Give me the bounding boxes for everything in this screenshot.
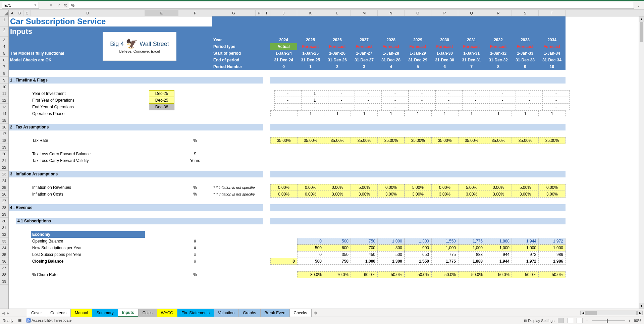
row-header-38[interactable]: 38	[0, 271, 8, 278]
row-header-12[interactable]: 12	[0, 97, 8, 104]
header-cell[interactable]: 1-Jan-28	[378, 50, 405, 57]
data-cell[interactable]: -	[435, 104, 462, 110]
data-cell[interactable]: -	[543, 97, 570, 104]
header-cell[interactable]: 6	[431, 63, 458, 70]
accessibility-status[interactable]: ♿ Accessibility: Investigate	[26, 318, 72, 323]
row-input[interactable]	[145, 157, 178, 164]
row-header-20[interactable]: 20	[0, 151, 8, 157]
row-header-5[interactable]: 5	[0, 50, 8, 57]
sheet-tab-contents[interactable]: Contents	[46, 309, 71, 317]
row-header-6[interactable]: 6	[0, 57, 8, 63]
header-cell[interactable]: 1-Jan-29	[405, 50, 431, 57]
data-cell[interactable]: 1,300	[405, 238, 431, 245]
row-header-23[interactable]: 23	[0, 171, 8, 177]
sheet-tab-fin-statements[interactable]: Fin. Statements	[177, 309, 214, 317]
header-cell[interactable]: 2033	[512, 37, 539, 43]
data-cell[interactable]: 3.00%	[431, 191, 458, 198]
data-cell[interactable]: -	[274, 104, 301, 110]
data-cell[interactable]: -	[462, 97, 489, 104]
data-cell[interactable]: -	[462, 90, 489, 97]
col-header-F[interactable]: F	[178, 10, 212, 16]
header-cell[interactable]: Forecast	[512, 43, 539, 50]
data-cell[interactable]: -	[274, 97, 301, 104]
data-cell[interactable]: 3.00%	[512, 191, 539, 198]
data-cell[interactable]: -	[355, 104, 382, 110]
row-header-26[interactable]: 26	[0, 191, 8, 198]
zoom-slider[interactable]	[592, 320, 625, 321]
macro-icon[interactable]: ▦	[18, 318, 21, 323]
data-cell[interactable]: 1,000	[458, 245, 485, 251]
col-header-P[interactable]: P	[431, 10, 458, 16]
header-cell[interactable]: 1-Jan-26	[324, 50, 351, 57]
data-cell[interactable]: 1	[458, 110, 485, 117]
sheet-tab-wacc[interactable]: WACC	[157, 309, 177, 317]
data-cell[interactable]: 1	[512, 110, 539, 117]
header-cell[interactable]: Forecast	[458, 43, 485, 50]
data-cell[interactable]: -	[270, 110, 297, 117]
row-input[interactable]	[145, 110, 178, 117]
header-cell[interactable]: 2030	[431, 37, 458, 43]
row-header-4[interactable]: 4	[0, 43, 8, 50]
data-cell[interactable]: 600	[324, 245, 351, 251]
hscroll-right-icon[interactable]: ▶	[637, 311, 643, 315]
data-cell[interactable]: 50.0%	[539, 271, 566, 278]
row-input[interactable]	[145, 258, 178, 265]
header-cell[interactable]: 3	[351, 63, 378, 70]
data-cell[interactable]: 35.00%	[378, 137, 405, 144]
cells-area[interactable]: Big 4 🦅 Wall Street Believe, Conceive, E…	[9, 16, 644, 309]
vscroll-thumb[interactable]	[640, 22, 643, 42]
row-label[interactable]: New Subscriptions per Year	[31, 245, 145, 251]
row-header-29[interactable]: 29	[0, 211, 8, 218]
row-label[interactable]: % Churn Rate	[31, 271, 145, 278]
header-cell[interactable]: 31-Dec-28	[378, 57, 405, 63]
subsection-header[interactable]: 4.1 Subscriptions	[16, 218, 263, 224]
data-cell[interactable]: 35.00%	[405, 137, 431, 144]
sheet-tab-inputs[interactable]: Inputs	[118, 309, 139, 317]
name-box[interactable]: E71 ▼	[2, 2, 39, 9]
data-cell[interactable]: 0.00%	[297, 191, 324, 198]
data-cell[interactable]: 0.00%	[297, 184, 324, 191]
data-cell[interactable]: 900	[405, 245, 431, 251]
row-input[interactable]	[145, 251, 178, 258]
row-input[interactable]	[145, 238, 178, 245]
row-input[interactable]	[145, 151, 178, 157]
data-cell[interactable]: 972	[512, 251, 539, 258]
data-cell[interactable]: 35.00%	[270, 137, 297, 144]
data-cell[interactable]: 500	[297, 245, 324, 251]
sheet-tab-valuation[interactable]: Valuation	[214, 309, 239, 317]
header-cell[interactable]: 31-Dec-33	[512, 57, 539, 63]
row-header-17[interactable]: 17	[0, 130, 8, 137]
select-all-corner[interactable]	[0, 10, 9, 16]
expand-formula-icon[interactable]: ⌄	[635, 3, 642, 8]
tab-nav-arrows[interactable]: ◀ ▶	[2, 309, 9, 317]
data-cell[interactable]: 50.0%	[485, 271, 512, 278]
header-label[interactable]: Period Number	[212, 63, 256, 70]
header-cell[interactable]: 31-Dec-25	[297, 57, 324, 63]
page-break-view-button[interactable]	[577, 318, 583, 323]
row-header-11[interactable]: 11	[0, 90, 8, 97]
data-cell[interactable]: 35.00%	[297, 137, 324, 144]
data-cell[interactable]: 0.00%	[539, 184, 566, 191]
header-label[interactable]: Period type	[212, 43, 256, 50]
data-cell[interactable]: 775	[431, 251, 458, 258]
row-header-33[interactable]: 33	[0, 238, 8, 245]
row-header-28[interactable]: 28	[0, 204, 8, 211]
data-cell[interactable]: -	[489, 97, 516, 104]
header-cell[interactable]: Forecast	[378, 43, 405, 50]
row-header-22[interactable]: 22	[0, 164, 8, 171]
header-cell[interactable]: 4	[378, 63, 405, 70]
col-header-O[interactable]: O	[405, 10, 431, 16]
section-header[interactable]: 4 . Revenue	[9, 204, 263, 211]
row-input[interactable]	[145, 184, 178, 191]
data-cell[interactable]: 700	[351, 245, 378, 251]
data-cell[interactable]: 1,888	[458, 258, 485, 265]
data-cell[interactable]: 50.0%	[378, 271, 405, 278]
data-cell[interactable]: 1	[351, 110, 378, 117]
header-cell[interactable]: 31-Dec-34	[539, 57, 566, 63]
sheet-tab-cover[interactable]: Cover	[27, 309, 46, 317]
row-header-37[interactable]: 37	[0, 265, 8, 271]
header-label[interactable]: Start of period	[212, 50, 256, 57]
data-cell[interactable]: 50.0%	[405, 271, 431, 278]
data-cell[interactable]: 1,550	[405, 258, 431, 265]
data-cell[interactable]: -	[274, 90, 301, 97]
